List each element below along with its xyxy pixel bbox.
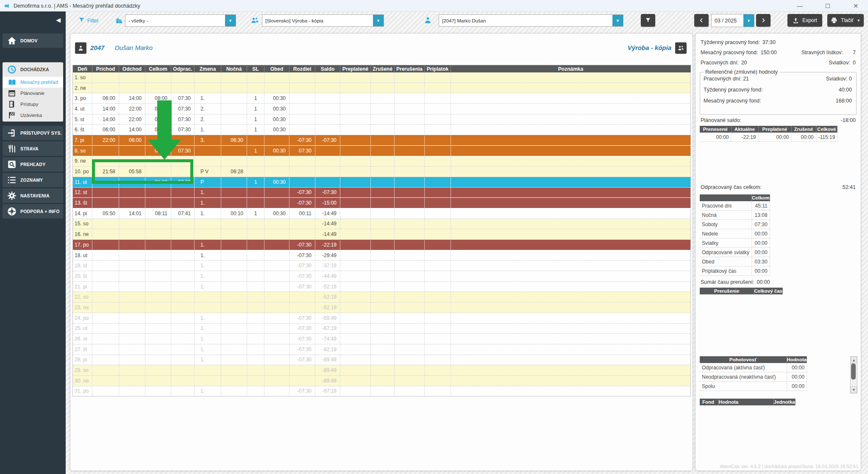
sidebar-item-pristupy[interactable]: Prístupy <box>3 99 63 110</box>
sidebar-item-uzavierka[interactable]: Uzávierka <box>3 110 63 121</box>
annotation-highlight-box <box>92 159 193 184</box>
chevron-down-icon[interactable]: ▼ <box>743 14 754 27</box>
attendance-row[interactable]: 12. st1.-07:30-07:30 <box>73 187 691 198</box>
cutlery-icon <box>7 144 17 154</box>
summary-row: Odpracovaná (aktívna časť)00:00 <box>700 363 807 372</box>
attendance-row[interactable]: 16. ne-14:49 <box>73 229 691 240</box>
summary-row: Neodpracovaná (neaktívna časť)00:00 <box>700 372 807 382</box>
attendance-row[interactable]: 25. ut1.-07:30-67:19 <box>73 323 691 334</box>
export-button[interactable]: Export <box>787 14 822 27</box>
column-header[interactable]: Nočná <box>221 65 247 73</box>
column-header[interactable]: Príchod <box>92 65 119 73</box>
next-month-button[interactable] <box>756 14 771 27</box>
sidebar-item-label: DOMOV <box>20 38 38 43</box>
department-filter-value: [Slovensko] Výroba - kópia <box>262 18 373 23</box>
attendance-row[interactable]: 26. st1.-07:30-74:49 <box>73 334 691 344</box>
attendance-row[interactable]: 23. ne-52:19 <box>73 302 691 313</box>
clock-icon <box>7 64 17 75</box>
attendance-row[interactable]: 2. ne <box>73 83 691 93</box>
attendance-row[interactable]: 17. po1.-07:30-22:19 <box>73 240 691 250</box>
sidebar-item-zoznamy[interactable]: ZOZNAMY <box>3 173 63 187</box>
column-header[interactable]: SL <box>247 65 264 73</box>
close-button[interactable]: ✕ <box>851 1 860 11</box>
sidebar-item-domov[interactable]: DOMOV <box>3 33 63 48</box>
sidebar-item-mesacny-prehlad[interactable]: Mesačný prehľad <box>3 77 63 88</box>
attendance-row[interactable]: 30. ne-89:49 <box>73 375 691 386</box>
sidebar-item-label: PRÍSTUPOVÝ SYS. <box>20 130 62 136</box>
group-card-button[interactable] <box>675 42 687 54</box>
column-header[interactable]: Zmena <box>195 65 221 73</box>
sidebar-collapse-icon[interactable]: ◀ <box>56 17 61 23</box>
summary-row: Pracovné dni45:11 <box>700 201 770 211</box>
attendance-row[interactable]: 27. št1.-07:30-82:19 <box>73 344 691 355</box>
column-header[interactable]: Rozdiel <box>289 65 315 73</box>
column-header[interactable]: Saldo <box>315 65 340 73</box>
attendance-row[interactable]: 18. ut1.-07:30-29:49 <box>73 250 691 261</box>
column-header[interactable]: Odchod <box>119 65 145 73</box>
scrollbar-thumb[interactable] <box>851 363 856 380</box>
company-filter-dropdown[interactable]: - všetky - ▼ <box>125 14 236 27</box>
sidebar-item-strava[interactable]: STRAVA <box>3 141 63 156</box>
attendance-row[interactable]: 28. pi1.-07:30-89:49 <box>73 355 691 365</box>
annotation-arrow <box>157 100 172 141</box>
column-header[interactable]: Obed <box>264 65 289 73</box>
attendance-table-header: DeňPríchodOdchodCelkomOdprac.ZmenaNočnáS… <box>73 65 691 73</box>
apply-filter-button[interactable] <box>641 14 655 27</box>
calendar-icon <box>8 89 16 97</box>
column-header[interactable]: Odprac. <box>171 65 195 73</box>
print-button[interactable]: Tlačiť ▼ <box>827 14 864 27</box>
ref-weekly-fund: 40:00 <box>839 87 852 93</box>
status-bar: AttenCalc ver. 4.5.2 | dochádzka prepočí… <box>720 464 858 469</box>
sidebar-item-podpora[interactable]: PODPORA + INFO <box>3 204 63 219</box>
home-icon <box>7 36 17 46</box>
attendance-row[interactable]: 22. so-52:19 <box>73 292 691 302</box>
filter-icon <box>78 17 85 23</box>
prev-month-button[interactable] <box>694 14 709 27</box>
summary-row: Príplatkový čas00:00 <box>700 266 770 276</box>
building-icon <box>115 17 123 24</box>
sidebar-item-nastavenia[interactable]: NASTAVENIA <box>3 188 63 203</box>
interrupt-time-header: Celkový čas <box>754 288 783 294</box>
attendance-row[interactable]: 15. so-14:49 <box>73 219 691 229</box>
attendance-row[interactable]: 13. št1.-07:30-15:00 <box>73 198 691 208</box>
blank-header <box>700 194 752 201</box>
app-logo-icon <box>3 3 10 9</box>
sidebar-item-dochadzka[interactable]: DOCHÁDZKA <box>3 62 63 77</box>
column-header[interactable]: Príplatok <box>425 65 451 73</box>
scroll-down-icon[interactable]: ▼ <box>851 386 857 393</box>
sidebar-item-prehlady[interactable]: PREHĽADY <box>3 157 63 172</box>
attendance-row[interactable]: 29. so-89:49 <box>73 365 691 376</box>
sidebar-item-label: Prístupy <box>20 102 38 107</box>
column-header[interactable]: Celkom <box>145 65 171 73</box>
holidays-value: 0 <box>853 60 856 66</box>
column-header[interactable]: Deň <box>73 65 92 73</box>
month-selector[interactable]: 03 / 2025 ▼ <box>711 14 754 27</box>
attendance-row[interactable]: 24. po1.-07:30-59:49 <box>73 313 691 323</box>
scroll-up-icon[interactable]: ▲ <box>851 357 857 363</box>
column-header[interactable]: Prerušenia <box>395 65 425 73</box>
attendance-row[interactable]: 19. st1.-07:30-37:19 <box>73 261 691 271</box>
attendance-row[interactable]: 1. so <box>73 72 691 83</box>
column-header[interactable]: Zrušené <box>371 65 395 73</box>
chevron-down-icon[interactable]: ▼ <box>612 15 623 26</box>
maximize-button[interactable]: ☐ <box>823 1 832 11</box>
attendance-row[interactable]: 31. po1.-07:30-97:19 <box>73 386 691 396</box>
sidebar-item-pristupovy-sys[interactable]: PRÍSTUPOVÝ SYS. <box>3 126 63 140</box>
ref-holidays: 0 <box>849 76 852 82</box>
sidebar-item-planovanie[interactable]: Plánovanie <box>3 88 63 99</box>
attendance-row[interactable]: 21. pi1.-07:30-52:19 <box>73 281 691 292</box>
column-header[interactable]: Preplatené <box>340 65 371 73</box>
standby-scrollbar[interactable]: ▲ ▼ <box>850 356 857 394</box>
chevron-down-icon[interactable]: ▼ <box>857 19 860 22</box>
department-filter-dropdown[interactable]: [Slovensko] Výroba - kópia ▼ <box>262 14 384 27</box>
attendance-row[interactable]: 20. št1.-07:30-44:49 <box>73 271 691 282</box>
search-report-icon <box>7 159 17 169</box>
employee-card-button[interactable] <box>75 42 86 54</box>
minimize-button[interactable]: — <box>795 1 804 11</box>
employee-filter-dropdown[interactable]: [2047] Marko Dušan ▼ <box>439 14 623 27</box>
chevron-down-icon[interactable]: ▼ <box>373 15 384 26</box>
column-header[interactable]: Poznámka <box>451 65 691 73</box>
chevron-down-icon[interactable]: ▼ <box>225 15 236 26</box>
filter-label: Filter <box>87 18 99 24</box>
attendance-row[interactable]: 14. pi05:5014:0108:1107:411.00:10100:300… <box>73 208 691 219</box>
